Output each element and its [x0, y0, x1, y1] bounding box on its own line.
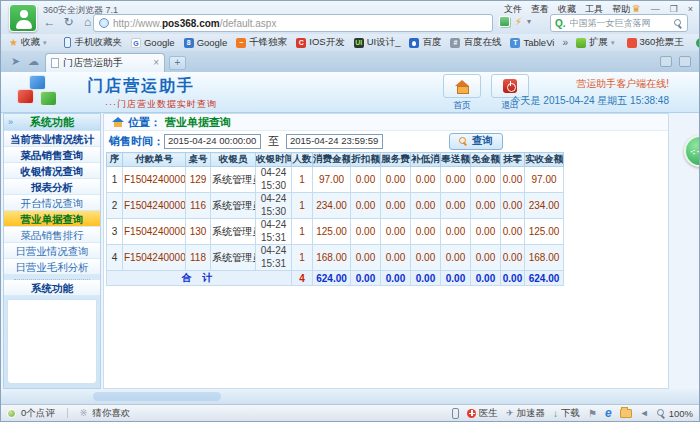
cell-bill: F15042400003 [123, 167, 186, 193]
cell-persons: 1 [292, 193, 313, 219]
query-button[interactable]: 查询 [449, 133, 503, 150]
quick-access-icon[interactable]: ➤ [11, 55, 20, 68]
guess-you-like[interactable]: 猜你喜欢 [92, 407, 130, 420]
doctor-button[interactable]: 医生 [467, 407, 498, 420]
cell-table: 130 [186, 219, 211, 245]
col-round: 抹零 [501, 153, 525, 167]
bookmark-ios[interactable]: CIOS开发 [293, 36, 347, 49]
bookmark-mobile[interactable]: 手机收藏夹 [61, 36, 125, 49]
accelerator-button[interactable]: ✈加速器 [506, 407, 545, 420]
tab-close-icon[interactable]: × [153, 58, 159, 68]
cell-cashier: 系统管理员 [211, 245, 256, 271]
restore-tab-icon[interactable] [660, 56, 672, 67]
url-text[interactable]: http://www.pos368.com/default.aspx [113, 18, 276, 29]
collapse-chevrons-icon[interactable]: » [8, 114, 13, 131]
restore-button[interactable]: ❐ [670, 4, 678, 14]
new-tab-button[interactable]: + [169, 56, 186, 70]
cell-round: 0.00 [501, 193, 525, 219]
report-table-body: 1F15042400003129系统管理员04-2415:30197.000.0… [107, 167, 564, 286]
sidebar-item[interactable]: 日营业情况查询 [4, 243, 100, 259]
sidebar-item[interactable]: 报表分析 [4, 179, 100, 195]
sidebar-item[interactable]: 日营业毛利分析 [4, 259, 100, 275]
favorites-button[interactable]: ★ 收藏 ▾ [6, 36, 49, 49]
reviews-count[interactable]: 0个点评 [21, 407, 55, 420]
mode-chevron-icon[interactable]: ▾ [527, 17, 531, 26]
menu-file[interactable]: 文件 [504, 3, 522, 16]
bookmark-tablevi[interactable]: TTableVi [507, 37, 557, 48]
hash-icon: # [450, 38, 460, 48]
tab-title: 门店营运助手 [63, 56, 149, 70]
cell-bill: F15042400005 [123, 245, 186, 271]
bookmarks-overflow-icon[interactable]: » [560, 37, 570, 48]
flag-icon[interactable]: ⚑ [588, 408, 597, 419]
speed-mode-icon[interactable] [499, 16, 510, 27]
bookmark-ui[interactable]: UIUI设计_ [351, 36, 404, 49]
sidebar-item-selected[interactable]: 营业单据查询 [4, 211, 100, 227]
search-input[interactable]: 中国第一女巨贪落网 [570, 17, 670, 30]
location-house-icon [112, 117, 124, 127]
accelerator-icon: ✈ [506, 408, 514, 418]
zoom-control[interactable]: 100% [657, 408, 693, 419]
cell-datetime: 04-2415:31 [256, 245, 292, 271]
total-free: 0.00 [471, 271, 501, 286]
bookmark-google2[interactable]: 8Google [181, 37, 231, 48]
sidebar-item[interactable]: 开台情况查询 [4, 195, 100, 211]
360-search-logo-icon: Q. [555, 18, 566, 29]
extension-buttons: 扩展▾ 360抢票王 网银▾ 翻译▾ 截图▾ 游戏▾ » [573, 36, 700, 49]
ie-mode-icon[interactable]: e [605, 407, 612, 419]
ticket-icon [627, 38, 637, 48]
tab-list-icon[interactable] [679, 56, 691, 67]
bookmark-baidu[interactable]: 百度 [406, 36, 444, 49]
date-to-input[interactable]: 2015-04-24 23:59:59 [286, 134, 383, 149]
cell-datetime: 04-2415:30 [256, 167, 292, 193]
download-button[interactable]: ↓下载 [553, 407, 580, 420]
vip-crown-icon[interactable]: ♛ [632, 3, 641, 14]
bookmark-qianfeng[interactable]: ~千锋独家 [233, 36, 290, 49]
breadcrumb-label: 位置： [128, 115, 161, 130]
date-from-input[interactable]: 2015-04-24 00:00:00 [164, 134, 261, 149]
search-box[interactable]: Q. 中国第一女巨贪落网 [550, 14, 688, 32]
nav-buttons: ← ↻ ⌂ [41, 13, 96, 31]
ext-bank[interactable]: 网银▾ [693, 36, 700, 49]
user-avatar-icon[interactable] [9, 4, 37, 32]
bookmark-google1[interactable]: GGoogle [128, 37, 178, 48]
cell-round: 0.00 [501, 167, 525, 193]
tab-active[interactable]: 门店营运助手 × [45, 53, 165, 72]
ext-extensions[interactable]: 扩展▾ [573, 36, 618, 49]
table-total-row: 合 计 4 624.00 0.00 0.00 0.00 0.00 0.00 0.… [107, 271, 564, 286]
app-subtitle: ···门店营业数据实时查询 [105, 98, 217, 111]
sidebar-item[interactable]: 当前营业情况统计 [4, 131, 100, 147]
sidebar-item[interactable]: 系统功能 [4, 280, 100, 296]
cell-table: 118 [186, 245, 211, 271]
back-icon[interactable]: ← [41, 13, 58, 31]
status-left: 0个点评 ※ 猜你喜欢 [7, 407, 130, 420]
speaker-icon[interactable]: ◄ [640, 408, 649, 418]
bookmark-baidu-online[interactable]: #百度在线 [447, 36, 504, 49]
sidebar-item[interactable]: 菜品销售查询 [4, 147, 100, 163]
address-bar[interactable]: http://www.pos368.com/default.aspx [93, 14, 493, 32]
cloud-sync-icon[interactable]: ☁ [28, 55, 39, 68]
lightning-icon[interactable]: ⚡ [515, 17, 522, 27]
cell-seq: 3 [107, 219, 123, 245]
search-icon[interactable] [674, 19, 683, 28]
col-service: 服务费 [381, 153, 411, 167]
sidebar-header[interactable]: » 系统功能 [4, 114, 100, 131]
minimize-button[interactable]: — [651, 4, 660, 14]
close-button[interactable]: × [688, 4, 693, 14]
menu-view[interactable]: 查看 [531, 3, 549, 16]
ext-ticket[interactable]: 360抢票王 [624, 36, 687, 49]
total-round: 0.00 [501, 271, 525, 286]
home-button[interactable]: 首页 [441, 74, 483, 112]
phone-link-icon[interactable] [452, 408, 459, 419]
sidebar-item[interactable]: 菜品销售排行 [4, 227, 100, 243]
refresh-icon[interactable]: ↻ [60, 13, 77, 31]
main-content: 位置： 营业单据查询 销售时间： 2015-04-24 00:00:00 至 2… [103, 113, 669, 389]
sidebar-item[interactable]: 收银情况查询 [4, 163, 100, 179]
cell-bill: F15042400004 [123, 219, 186, 245]
total-actual: 624.00 [525, 271, 564, 286]
total-amount: 624.00 [313, 271, 351, 286]
cell-cashier: 系统管理员 [211, 193, 256, 219]
cell-persons: 1 [292, 167, 313, 193]
folder-icon[interactable] [620, 409, 632, 418]
col-time: 收银时间 [256, 153, 292, 167]
